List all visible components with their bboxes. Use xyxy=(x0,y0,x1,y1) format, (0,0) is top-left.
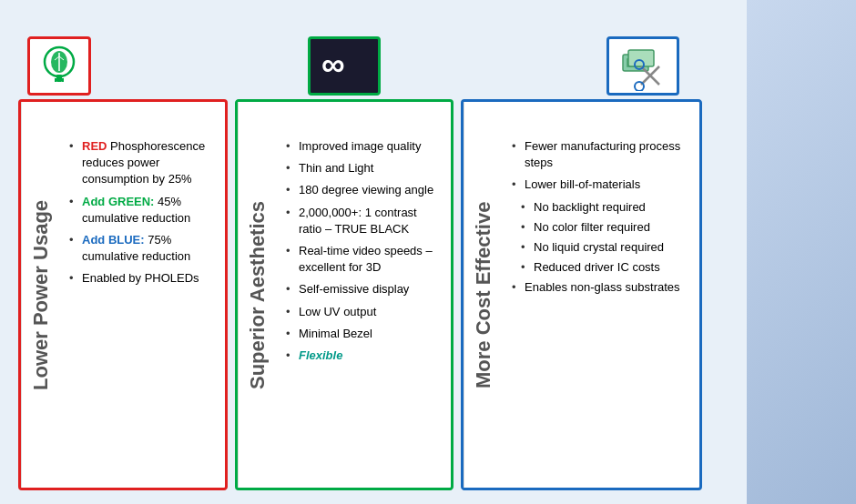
col2-item-6: Self-emissive display xyxy=(286,281,442,297)
col3-item-5: No liquid crystal required xyxy=(512,239,690,256)
col3-bullet-list: Fewer manufacturing process steps Lower … xyxy=(512,138,690,297)
svg-rect-12 xyxy=(628,50,654,66)
col1-item-1: RED Phosphorescence reduces power consum… xyxy=(69,138,216,188)
leaf-plug-icon xyxy=(36,44,82,89)
col2-item-8: Minimal Bezel xyxy=(286,326,442,342)
col1-bullet-list: RED Phosphorescence reduces power consum… xyxy=(69,138,216,287)
col2-item-9: Flexible xyxy=(286,348,442,364)
col1-item-4: Enabled by PHOLEDs xyxy=(69,270,216,287)
icon-spacer-1 xyxy=(18,36,228,96)
col2-item-1: Improved image quality xyxy=(286,138,442,155)
col3-item-2: Lower bill-of-materials xyxy=(512,176,690,193)
svg-point-15 xyxy=(635,82,644,91)
col1-title: Lower Power Usage xyxy=(21,102,60,488)
infinity-icon: ∞ xyxy=(317,44,372,89)
col2-item-2: Thin and Light xyxy=(286,160,442,176)
col3-item-7: Enables non-glass substrates xyxy=(512,279,690,296)
columns-container: Lower Power Usage RED Phosphorescence re… xyxy=(9,99,856,490)
col2-item-3: 180 degree viewing angle xyxy=(286,182,442,198)
svg-rect-5 xyxy=(56,75,62,82)
col3-container: More Cost Effective Fewer manufacturing … xyxy=(461,99,702,490)
col1-content: RED Phosphorescence reduces power consum… xyxy=(60,102,225,488)
col3-item-4: No color filter required xyxy=(512,219,690,236)
col3-item-3: No backlight required xyxy=(512,199,690,216)
col3-item-6: Reduced driver IC costs xyxy=(512,259,690,276)
col2-item-4: 2,000,000+: 1 contrast ratio – TRUE BLAC… xyxy=(286,205,442,237)
col3-item-1: Fewer manufacturing process steps xyxy=(512,138,690,171)
col2-item-5: Real-time video speeds – excellent for 3… xyxy=(286,243,442,276)
col3-title: More Cost Effective xyxy=(464,102,503,488)
col1-item-3: Add BLUE: 75% cumulative reduction xyxy=(69,232,216,265)
col2-container: Superior Aesthetics Improved image quali… xyxy=(235,99,453,490)
col2-title: Superior Aesthetics xyxy=(238,102,277,488)
col3-content: Fewer manufacturing process steps Lower … xyxy=(503,102,699,488)
svg-text:∞: ∞ xyxy=(321,45,345,83)
col2-item-7: Low UV output xyxy=(286,304,442,320)
content-area: ∞ $ xyxy=(9,36,856,490)
col3-icon-box: $ xyxy=(606,36,679,96)
col1-container: Lower Power Usage RED Phosphorescence re… xyxy=(18,99,228,490)
icons-row: ∞ $ xyxy=(9,36,856,96)
col2-icon-box: ∞ xyxy=(308,36,381,96)
icon-spacer-3: $ xyxy=(461,36,688,96)
icon-spacer-2: ∞ xyxy=(235,36,453,96)
scissors-money-icon: $ xyxy=(616,41,670,91)
col2-bullet-list: Improved image quality Thin and Light 18… xyxy=(286,138,442,364)
col1-item-2: Add GREEN: 45% cumulative reduction xyxy=(69,194,216,227)
main-wrapper: ∞ $ xyxy=(0,0,856,504)
col1-icon-box xyxy=(27,36,91,96)
col2-content: Improved image quality Thin and Light 18… xyxy=(277,102,451,488)
